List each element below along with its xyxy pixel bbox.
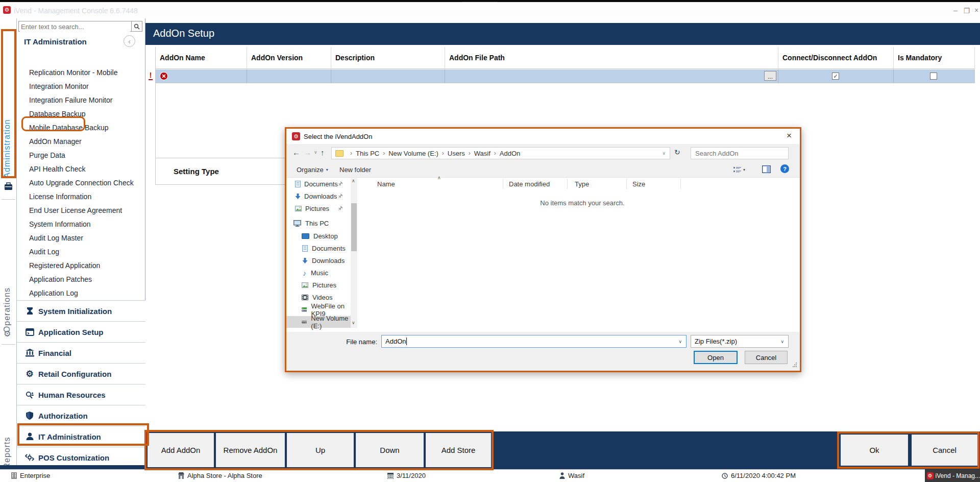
column-header-connect-disconnect[interactable]: Connect/Disconnect AddOn xyxy=(778,47,894,69)
nav-this-pc[interactable]: This PC xyxy=(286,218,351,229)
nav-pinned-pictures[interactable]: Pictures xyxy=(286,203,351,214)
grid-row-cell-description[interactable] xyxy=(331,69,445,83)
file-type-select[interactable]: Zip Files(*.zip) ∨ xyxy=(691,335,789,348)
category-pos-customization[interactable]: POS Customization xyxy=(17,447,145,468)
preview-pane-icon[interactable] xyxy=(762,165,771,173)
up-icon[interactable]: ↑ xyxy=(321,148,325,157)
column-header-addon-version[interactable]: AddOn Version xyxy=(247,47,331,69)
dialog-close-icon[interactable]: × xyxy=(787,131,792,141)
nav-pictures[interactable]: Pictures xyxy=(286,279,351,291)
breadcrumb-users[interactable]: Users xyxy=(448,150,465,157)
close-button[interactable]: × xyxy=(973,6,980,14)
category-retail-configuration[interactable]: ⚙ Retail Configuration xyxy=(17,363,145,384)
history-dropdown-icon[interactable]: ∨ xyxy=(314,150,317,155)
remove-addon-button[interactable]: Remove AddOn xyxy=(216,433,285,467)
grid-row-cell-connect-disconnect[interactable]: ✓ xyxy=(778,69,894,83)
grid-row-cell-addon-version[interactable] xyxy=(247,69,331,83)
breadcrumb-wasif[interactable]: Wasif xyxy=(474,150,491,157)
nav-scrollbar[interactable]: ∧ ∨ xyxy=(351,178,357,328)
back-icon[interactable]: ← xyxy=(292,148,300,157)
sidebar-item-registered-application[interactable]: Registered Application xyxy=(17,258,145,272)
scroll-up-icon[interactable]: ∧ xyxy=(352,178,355,183)
add-addon-button[interactable]: Add AddOn xyxy=(148,433,214,467)
sidebar-item-license-information[interactable]: License Information xyxy=(17,189,145,203)
nav-documents[interactable]: Documents xyxy=(286,243,351,254)
file-name-combo[interactable]: AddOn ∨ xyxy=(381,335,687,348)
nav-music[interactable]: ♪ Music xyxy=(286,267,351,279)
is-mandatory-checkbox[interactable] xyxy=(930,73,937,80)
sidebar-item-system-information[interactable]: System Information xyxy=(17,217,145,231)
nav-pinned-downloads[interactable]: Downloads xyxy=(286,190,351,202)
up-button[interactable]: Up xyxy=(287,433,354,467)
nav-desktop[interactable]: Desktop xyxy=(286,230,351,242)
list-column-type[interactable]: Type xyxy=(575,178,589,189)
sidebar-item-application-patches[interactable]: Application Patches xyxy=(17,272,145,286)
category-application-setup[interactable]: Application Setup xyxy=(17,321,145,342)
organize-menu-button[interactable]: Organize ▾ xyxy=(297,163,328,176)
grid-row-cell-addon-file-path[interactable]: ... xyxy=(445,69,778,83)
list-column-name[interactable]: Name xyxy=(377,178,395,189)
column-header-is-mandatory[interactable]: Is Mandatory xyxy=(894,47,975,69)
dialog-search-box[interactable] xyxy=(691,147,789,159)
ok-button[interactable]: Ok xyxy=(841,435,908,466)
sidebar-item-addon-manager[interactable]: AddOn Manager xyxy=(17,134,145,148)
sidebar-item-purge-data[interactable]: Purge Data xyxy=(17,148,145,162)
down-button[interactable]: Down xyxy=(356,433,424,467)
breadcrumb-new-volume[interactable]: New Volume (E:) xyxy=(388,150,438,157)
dialog-search-input[interactable] xyxy=(691,149,786,158)
new-folder-button[interactable]: New folder xyxy=(339,163,371,176)
list-column-size[interactable]: Size xyxy=(632,178,645,189)
help-icon[interactable]: ? xyxy=(780,164,789,173)
nav-downloads[interactable]: Downloads xyxy=(286,255,351,267)
category-it-administration[interactable]: IT Administration xyxy=(17,426,145,447)
grid-row-cell-is-mandatory[interactable] xyxy=(894,69,975,83)
category-human-resources[interactable]: Human Resources xyxy=(17,384,145,405)
scrollbar-thumb[interactable] xyxy=(351,203,357,251)
breadcrumb-this-pc[interactable]: This PC xyxy=(356,150,379,157)
combo-dropdown-icon[interactable]: ∨ xyxy=(678,339,682,344)
restore-button[interactable]: ❐ xyxy=(962,7,972,15)
resize-grip-icon[interactable] xyxy=(793,363,797,367)
sidebar-item-end-user-license-agreement[interactable]: End User License Agreement xyxy=(17,203,145,217)
tab-administration[interactable]: Administration xyxy=(3,72,13,225)
column-header-addon-file-path[interactable]: AddOn File Path xyxy=(445,47,778,69)
scroll-down-icon[interactable]: ∨ xyxy=(352,320,355,325)
sidebar-search-button[interactable] xyxy=(131,21,142,31)
address-bar[interactable]: › This PC › New Volume (E:) › Users › Wa… xyxy=(331,147,670,159)
nav-new-volume-e[interactable]: New Volume (E:) xyxy=(286,316,351,328)
open-button[interactable]: Open xyxy=(694,351,738,364)
category-authorization[interactable]: Authorization xyxy=(17,405,145,426)
sidebar-item-integration-failure-monitor[interactable]: Integration Failure Monitor xyxy=(17,93,145,107)
sidebar-search-input[interactable] xyxy=(20,22,130,32)
category-system-initialization[interactable]: System Initialization xyxy=(17,300,145,321)
connect-disconnect-checkbox[interactable]: ✓ xyxy=(832,73,839,80)
sidebar-item-auto-upgrade-connection-check[interactable]: Auto Upgrade Connection Check xyxy=(17,176,145,189)
grid-row-cell-addon-name[interactable]: ✕ xyxy=(156,69,247,83)
minimize-button[interactable]: – xyxy=(950,6,961,14)
cancel-button[interactable]: Cancel xyxy=(912,435,977,466)
address-dropdown-icon[interactable]: ∨ xyxy=(662,151,666,156)
refresh-icon[interactable]: ↻ xyxy=(674,148,680,156)
sidebar-item-integration-monitor[interactable]: Integration Monitor xyxy=(17,79,145,93)
taskbar-app-chip[interactable]: ⚙ iVend - Manag... xyxy=(925,469,980,482)
file-path-browse-button[interactable]: ... xyxy=(764,71,776,81)
sidebar-item-database-backup[interactable]: Database Backup xyxy=(17,107,145,120)
sidebar-item-api-health-check[interactable]: API Health Check xyxy=(17,162,145,176)
dialog-title-bar[interactable]: ⚙ Select the iVendAddOn × xyxy=(286,129,800,144)
sidebar-item-mobile-database-backup[interactable]: Mobile Database Backup xyxy=(17,120,145,134)
nav-pinned-documents[interactable]: Documents xyxy=(286,178,351,190)
view-mode-button[interactable]: ▾ xyxy=(733,163,745,176)
collapse-panel-button[interactable]: ‹ xyxy=(124,35,135,47)
list-column-date-modified[interactable]: Date modified xyxy=(509,178,550,189)
sidebar-item-application-log[interactable]: Application Log xyxy=(17,286,145,300)
sidebar-item-replication-monitor-mobile[interactable]: Replication Monitor - Mobile xyxy=(17,65,145,79)
column-header-addon-name[interactable]: AddOn Name xyxy=(156,47,247,69)
breadcrumb-addon[interactable]: AddOn xyxy=(500,150,520,157)
add-store-button[interactable]: Add Store xyxy=(426,433,491,467)
dialog-cancel-button[interactable]: Cancel xyxy=(745,351,788,364)
sidebar-item-audit-log-master[interactable]: Audit Log Master xyxy=(17,231,145,245)
category-financial[interactable]: Financial xyxy=(17,342,145,363)
tab-operations[interactable]: Operations xyxy=(3,233,13,387)
sidebar-item-audit-log[interactable]: Audit Log xyxy=(17,245,145,258)
column-header-description[interactable]: Description xyxy=(331,47,445,69)
